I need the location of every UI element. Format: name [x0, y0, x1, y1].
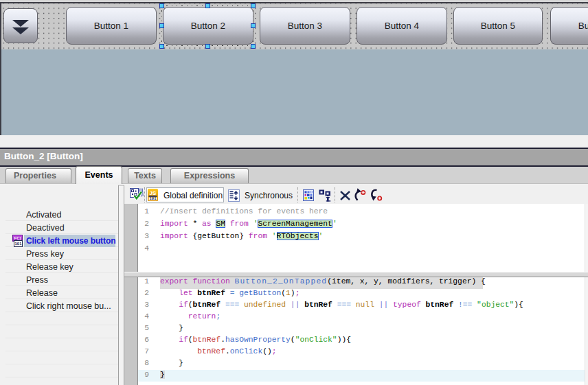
svg-text:JS: JS	[150, 190, 157, 196]
svg-text:101: 101	[150, 196, 157, 201]
